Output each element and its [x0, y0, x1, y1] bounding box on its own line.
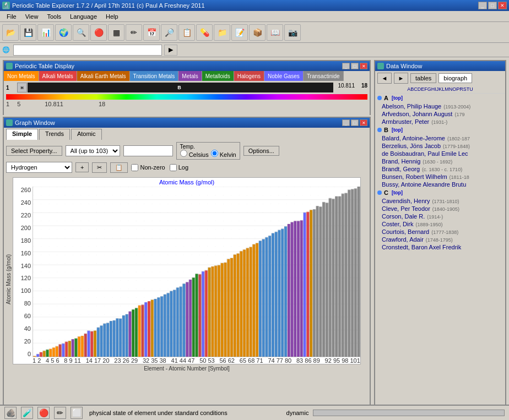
scientist-bunsen[interactable]: Bunsen, Robert Wilhelm (1811-18: [375, 173, 505, 181]
pt-maximize[interactable]: □: [351, 63, 359, 69]
cat-noble[interactable]: Noble Gases: [264, 71, 304, 81]
scientist-bussy[interactable]: Bussy, Antoine Alexandre Brutu: [375, 181, 505, 188]
go-button[interactable]: ▶: [164, 45, 177, 56]
nav-forward-btn[interactable]: ►: [394, 73, 408, 84]
status-icon-rock[interactable]: 🪨: [4, 407, 17, 419]
scientist-berzelius[interactable]: Berzelius, Jöns Jacob (1779-1848): [375, 142, 505, 150]
tab-atomic[interactable]: Atomic: [71, 129, 102, 140]
pt-close[interactable]: ✕: [360, 63, 367, 69]
graph-maximize[interactable]: □: [351, 119, 359, 126]
scientist-brand[interactable]: Brand, Hennig (1630 - 1692): [375, 157, 505, 165]
scientist-cleve[interactable]: Cleve, Per Teodor (1840-1905): [375, 205, 505, 212]
kelvin-radio-label[interactable]: Kelvin: [211, 150, 236, 158]
tb-box[interactable]: 📦: [249, 24, 266, 41]
tb-book[interactable]: 📖: [267, 24, 283, 41]
status-scrollbar[interactable]: [313, 410, 505, 416]
cat-transition[interactable]: Transition Metals: [130, 71, 179, 81]
kelvin-radio[interactable]: [211, 150, 218, 157]
scientist-abelson[interactable]: Abelson, Philip Hauge (1913-2004): [375, 102, 505, 110]
tb-calendar[interactable]: 📅: [143, 24, 160, 41]
scientist-crawford[interactable]: Crawford, Adair (1748-1795): [375, 236, 505, 243]
sci-name-corson: Corson, Dale R.: [382, 213, 425, 220]
menu-language[interactable]: Language: [66, 12, 101, 21]
tb-save[interactable]: 💾: [20, 24, 36, 41]
tab-trends[interactable]: Trends: [39, 129, 70, 140]
alpha-index[interactable]: ABCDEFGHIJKLMNOPRSTU: [375, 85, 505, 94]
scientist-boisbaudran[interactable]: de Boisbaudran, Paul Emile Lec: [375, 150, 505, 157]
scientist-arfvedson[interactable]: Arfvedson, Johann August (179: [375, 110, 505, 118]
pt-minimize[interactable]: _: [342, 63, 350, 69]
tb-chart[interactable]: 📊: [37, 24, 54, 41]
tb-note[interactable]: 📝: [231, 24, 248, 41]
menu-file[interactable]: File: [2, 12, 21, 21]
element-select[interactable]: Hydrogen: [6, 162, 72, 173]
cat-transactinide[interactable]: Transactinide: [304, 71, 344, 81]
sci-years-bunsen: (1811-18: [450, 174, 469, 180]
log-checkbox[interactable]: [170, 164, 177, 171]
tb-pill[interactable]: 💊: [196, 24, 213, 41]
cut-btn[interactable]: ✂: [92, 162, 107, 173]
nonzero-checkbox[interactable]: [131, 164, 138, 171]
tab-simple[interactable]: Simple: [6, 129, 38, 140]
tb-folder[interactable]: 📁: [214, 24, 230, 41]
menu-help[interactable]: Help: [101, 12, 123, 21]
nonzero-label[interactable]: Non-zero: [131, 164, 165, 171]
scientist-balard[interactable]: Balard, Antoine-Jerome (1802-187: [375, 134, 505, 142]
pt-categories: Non Metals Alkali Metals Alkali Earth Me…: [4, 71, 370, 81]
options-btn[interactable]: Options...: [243, 146, 279, 156]
scientist-cronstedt[interactable]: Cronstedt, Baron Axel Fredrik: [375, 243, 505, 251]
graph-minimize[interactable]: _: [342, 119, 350, 126]
tb-pencil[interactable]: ✏: [126, 24, 142, 41]
nav-biography-tab[interactable]: biograph: [438, 73, 472, 83]
status-icon-red[interactable]: 🔴: [37, 407, 50, 419]
cat-metals[interactable]: Metals: [178, 71, 202, 81]
section-b-top[interactable]: [top]: [392, 127, 403, 133]
cat-alkali[interactable]: Alkali Metals: [39, 71, 77, 81]
scientist-brandt[interactable]: Brandt, Georg (c. 1630 - c. 1710): [375, 165, 505, 173]
scientist-corson[interactable]: Corson, Dale R. (1914-): [375, 212, 505, 220]
section-a-top[interactable]: [top]: [392, 95, 403, 101]
cat-metalloids[interactable]: Metalloids: [202, 71, 234, 81]
tb-red[interactable]: 🔴: [90, 24, 107, 41]
status-icon-blank[interactable]: ⬜: [71, 407, 83, 419]
scientist-list: A [top] Abelson, Philip Hauge (1913-2004…: [375, 94, 505, 391]
cat-halogens[interactable]: Halogens: [234, 71, 264, 81]
address-input[interactable]: [13, 45, 162, 56]
tb-lens[interactable]: 🔍: [73, 24, 89, 41]
tb-search[interactable]: 🔎: [161, 24, 177, 41]
scientist-coster[interactable]: Coster, Dirk (1889-1950): [375, 220, 505, 228]
cat-alkali-earth[interactable]: Alkali Earth Metals: [77, 71, 130, 81]
select-property-btn[interactable]: Select Property...: [6, 146, 62, 156]
tb-clipboard[interactable]: 📋: [178, 24, 195, 41]
maximize-button[interactable]: □: [488, 2, 497, 9]
scientist-cavendish[interactable]: Cavendish, Henry (1731-1810): [375, 197, 505, 205]
section-c-top[interactable]: [top]: [392, 190, 403, 195]
formula-input[interactable]: [123, 145, 173, 156]
close-button[interactable]: ✕: [498, 2, 507, 9]
sci-name-cavendish: Cavendish, Henry: [382, 198, 430, 204]
status-text: physical state of element under standard…: [87, 410, 282, 416]
range-select[interactable]: All (up to 103): [66, 145, 120, 156]
graph-close[interactable]: ✕: [360, 119, 367, 126]
nav-back-btn[interactable]: ◄: [377, 73, 392, 84]
tb-open[interactable]: 📂: [2, 24, 19, 41]
menu-tools[interactable]: Tools: [42, 12, 66, 21]
status-icon-flask[interactable]: 🧪: [21, 407, 33, 419]
celsius-radio-label[interactable]: Celsius: [180, 150, 209, 158]
data-title: Data Window: [386, 63, 422, 69]
tb-globe[interactable]: 🌍: [55, 24, 72, 41]
periodic-table-window: Periodic Table Display _ □ ✕ Non Metals …: [3, 60, 371, 115]
celsius-radio[interactable]: [180, 150, 187, 157]
status-icon-pencil[interactable]: ✏: [54, 407, 66, 419]
tb-camera[interactable]: 📷: [284, 24, 301, 41]
cat-nonmetals[interactable]: Non Metals: [4, 71, 39, 81]
add-btn[interactable]: +: [75, 162, 89, 172]
scientist-courtois[interactable]: Courtois, Bernard (1777-1838): [375, 228, 505, 236]
tb-grid[interactable]: ▦: [108, 24, 124, 41]
menu-view[interactable]: View: [21, 12, 43, 21]
copy-btn[interactable]: 📋: [110, 162, 128, 173]
scientist-armbruster[interactable]: Armbruster, Peter (1931-): [375, 118, 505, 126]
log-label[interactable]: Log: [170, 164, 188, 171]
nav-tables-tab[interactable]: tables: [410, 73, 436, 83]
minimize-button[interactable]: _: [478, 2, 487, 9]
